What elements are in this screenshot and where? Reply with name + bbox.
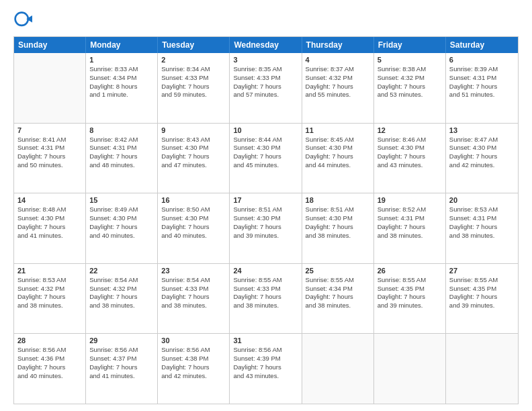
cell-info-line: and 39 minutes. [233,232,298,240]
calendar-header: SundayMondayTuesdayWednesdayThursdayFrid… [14,37,518,53]
cell-info-line: Sunrise: 8:56 AM [89,346,154,355]
cell-info-line: and 45 minutes. [233,161,298,170]
day-number: 13 [449,126,515,134]
cell-info-line: Sunrise: 8:41 AM [17,136,82,144]
cell-info-line: Sunset: 4:32 PM [378,74,442,83]
calendar-body: 1Sunrise: 8:33 AMSunset: 4:34 PMDaylight… [14,53,518,404]
cell-info-line: and 55 minutes. [306,91,370,99]
day-number: 30 [161,336,226,345]
cell-info-line: and 57 minutes. [233,91,298,99]
cell-info-line: and 38 minutes. [17,302,82,310]
cell-info-line: Sunset: 4:31 PM [378,214,442,223]
cell-info-line: Sunrise: 8:43 AM [161,136,226,144]
header-day-friday: Friday [374,37,446,53]
cell-info-line: and 40 minutes. [161,232,226,240]
cal-cell-5-1: 28Sunrise: 8:56 AMSunset: 4:36 PMDayligh… [14,334,86,404]
cell-info-line: Daylight: 7 hours [306,152,370,161]
cell-info-line: Sunrise: 8:55 AM [449,276,515,285]
cell-info-line: Sunrise: 8:48 AM [17,205,82,214]
cell-info-line: Sunset: 4:36 PM [17,355,82,363]
calendar: SundayMondayTuesdayWednesdayThursdayFrid… [13,36,519,404]
day-number: 9 [161,126,226,134]
cell-info-line: Daylight: 7 hours [378,223,442,232]
cell-info-line: Sunset: 4:31 PM [449,74,515,83]
cell-info-line: Daylight: 7 hours [17,363,82,372]
cell-info-line: Daylight: 7 hours [233,152,298,161]
cell-info-line: Daylight: 7 hours [378,293,442,302]
cell-info-line: Daylight: 7 hours [89,223,154,232]
cell-info-line: Sunrise: 8:42 AM [89,136,154,144]
cell-info-line: Sunset: 4:33 PM [161,74,226,83]
cal-cell-2-5: 11Sunrise: 8:45 AMSunset: 4:30 PMDayligh… [302,124,374,193]
cell-info-line: Sunrise: 8:56 AM [17,346,82,355]
cell-info-line: Sunset: 4:30 PM [161,214,226,223]
cell-info-line: Sunset: 4:30 PM [233,144,298,152]
day-number: 7 [17,126,82,134]
cal-cell-3-7: 20Sunrise: 8:53 AMSunset: 4:31 PMDayligh… [446,193,518,263]
cell-info-line: Daylight: 7 hours [306,83,370,91]
cell-info-line: Sunrise: 8:45 AM [306,136,370,144]
cell-info-line: Daylight: 7 hours [306,293,370,302]
cell-info-line: Daylight: 7 hours [161,152,226,161]
cell-info-line: and 38 minutes. [233,302,298,310]
cell-info-line: Sunrise: 8:50 AM [161,205,226,214]
cell-info-line: Sunset: 4:33 PM [233,74,298,83]
cal-cell-4-7: 27Sunrise: 8:55 AMSunset: 4:35 PMDayligh… [446,264,518,334]
cell-info-line: Daylight: 7 hours [17,223,82,232]
cal-cell-2-7: 13Sunrise: 8:47 AMSunset: 4:30 PMDayligh… [446,124,518,193]
cell-info-line: Daylight: 7 hours [449,293,515,302]
cell-info-line: Sunset: 4:33 PM [233,285,298,293]
cell-info-line: Sunrise: 8:46 AM [378,136,442,144]
cal-cell-4-5: 25Sunrise: 8:55 AMSunset: 4:34 PMDayligh… [302,264,374,334]
cal-cell-4-2: 22Sunrise: 8:54 AMSunset: 4:32 PMDayligh… [86,264,158,334]
day-number: 17 [233,196,298,204]
cell-info-line: Daylight: 7 hours [89,293,154,302]
cell-info-line: Daylight: 7 hours [233,293,298,302]
cell-info-line: Daylight: 7 hours [233,223,298,232]
cell-info-line: Sunset: 4:32 PM [17,285,82,293]
cell-info-line: Daylight: 7 hours [161,223,226,232]
svg-point-0 [15,13,28,26]
day-number: 10 [233,126,298,134]
cell-info-line: and 53 minutes. [378,91,442,99]
week-row-2: 7Sunrise: 8:41 AMSunset: 4:31 PMDaylight… [14,123,518,193]
cal-cell-4-3: 23Sunrise: 8:54 AMSunset: 4:33 PMDayligh… [158,264,230,334]
header-day-tuesday: Tuesday [158,37,230,53]
cal-cell-1-6: 5Sunrise: 8:38 AMSunset: 4:32 PMDaylight… [374,53,446,123]
cal-cell-3-3: 16Sunrise: 8:50 AMSunset: 4:30 PMDayligh… [158,193,230,263]
cell-info-line: Sunrise: 8:33 AM [89,65,154,74]
logo [13,11,35,30]
cell-info-line: Sunrise: 8:47 AM [449,136,515,144]
cal-cell-2-1: 7Sunrise: 8:41 AMSunset: 4:31 PMDaylight… [14,124,86,193]
cell-info-line: and 42 minutes. [449,161,515,170]
cal-cell-2-3: 9Sunrise: 8:43 AMSunset: 4:30 PMDaylight… [158,124,230,193]
day-number: 28 [17,336,82,345]
cell-info-line: Sunset: 4:32 PM [89,285,154,293]
day-number: 26 [378,267,442,275]
cell-info-line: and 38 minutes. [449,232,515,240]
cell-info-line: and 42 minutes. [161,372,226,381]
day-number: 2 [161,56,226,64]
header-day-monday: Monday [86,37,158,53]
cell-info-line: Sunset: 4:30 PM [89,214,154,223]
cell-info-line: Sunset: 4:37 PM [89,355,154,363]
cell-info-line: Sunrise: 8:51 AM [233,205,298,214]
week-row-1: 1Sunrise: 8:33 AMSunset: 4:34 PMDaylight… [14,53,518,123]
day-number: 27 [449,267,515,275]
cell-info-line: and 38 minutes. [306,302,370,310]
day-number: 21 [17,267,82,275]
cal-cell-1-7: 6Sunrise: 8:39 AMSunset: 4:31 PMDaylight… [446,53,518,123]
cell-info-line: and 48 minutes. [89,161,154,170]
cell-info-line: Daylight: 7 hours [449,152,515,161]
cell-info-line: Sunset: 4:30 PM [233,214,298,223]
cell-info-line: and 39 minutes. [378,302,442,310]
cal-cell-2-4: 10Sunrise: 8:44 AMSunset: 4:30 PMDayligh… [230,124,302,193]
cell-info-line: Sunrise: 8:44 AM [233,136,298,144]
cell-info-line: and 38 minutes. [89,302,154,310]
cell-info-line: and 40 minutes. [89,232,154,240]
cell-info-line: Sunrise: 8:56 AM [161,346,226,355]
cell-info-line: Sunrise: 8:53 AM [17,276,82,285]
cell-info-line: Daylight: 7 hours [449,83,515,91]
cal-cell-4-1: 21Sunrise: 8:53 AMSunset: 4:32 PMDayligh… [14,264,86,334]
day-number: 8 [89,126,154,134]
